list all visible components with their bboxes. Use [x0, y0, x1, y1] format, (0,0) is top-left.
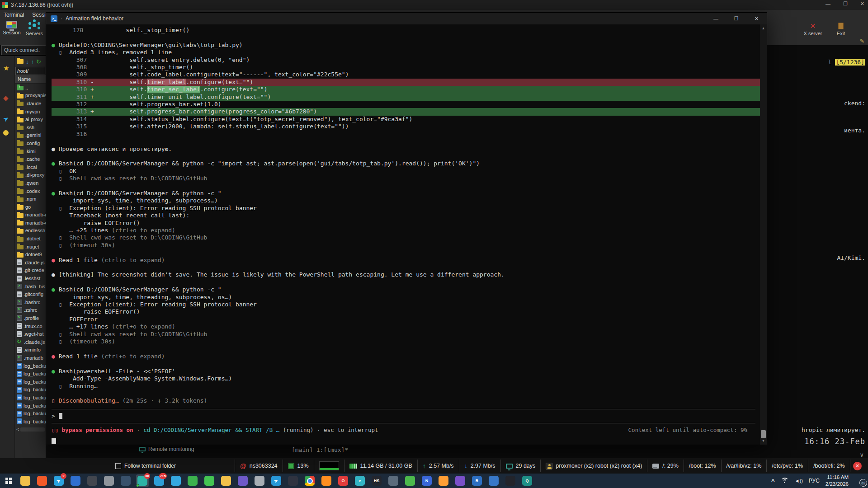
- file-list-item[interactable]: .bash_his: [15, 282, 46, 291]
- taskbar-skype-icon[interactable]: [170, 474, 182, 487]
- file-list-item[interactable]: myvpn: [15, 108, 46, 116]
- claude-window-titlebar[interactable]: >_ · Animation field behavior — ❐ ✕: [46, 13, 767, 24]
- taskbar-whatsapp-icon[interactable]: [203, 474, 216, 487]
- notification-icon[interactable]: 32: [854, 477, 863, 485]
- file-list-item[interactable]: log_backu: [15, 394, 46, 402]
- file-list-item[interactable]: .profile: [15, 314, 46, 322]
- claude-maximize-button[interactable]: ❐: [726, 13, 746, 24]
- taskbar-app-blue-shield-icon[interactable]: [69, 474, 82, 487]
- file-list-item[interactable]: .dotnet: [15, 235, 46, 243]
- menu-terminal[interactable]: Terminal: [4, 12, 24, 18]
- taskbar-quick-assist-icon[interactable]: Q: [521, 474, 533, 487]
- taskbar-camera-blue-icon[interactable]: [487, 474, 500, 487]
- hscroll-left-button[interactable]: <: [16, 427, 19, 432]
- file-list-item[interactable]: .viminfo: [15, 346, 46, 354]
- taskbar-notion-icon[interactable]: N: [420, 474, 433, 487]
- file-list-item[interactable]: .qwen: [15, 179, 46, 187]
- taskbar-terminal-dark-icon[interactable]: [119, 474, 132, 487]
- mx-minimize-button[interactable]: —: [826, 1, 830, 7]
- file-list-item[interactable]: .local: [15, 163, 46, 171]
- taskbar-obs-icon[interactable]: [287, 474, 299, 487]
- taskbar-edge-icon[interactable]: e: [354, 474, 366, 487]
- taskbar-app-gray-icon[interactable]: [103, 474, 115, 487]
- x-server-button[interactable]: ✕ X server: [801, 22, 825, 36]
- yellow-dot-icon[interactable]: [3, 129, 9, 137]
- file-list-item[interactable]: log_backu: [15, 386, 46, 394]
- mx-maximize-button[interactable]: ❐: [843, 1, 848, 7]
- scroll-down-icon[interactable]: ▼: [760, 439, 767, 443]
- file-list-item[interactable]: go: [15, 203, 46, 211]
- taskbar-file-explorer-icon[interactable]: [19, 474, 32, 487]
- file-list-item[interactable]: .kimi: [15, 147, 46, 155]
- close-monitoring-button[interactable]: ✕: [853, 462, 862, 470]
- follow-terminal-checkbox-row[interactable]: Follow terminal folder: [115, 463, 176, 469]
- taskbar-opera-icon[interactable]: O: [337, 474, 349, 487]
- taskbar-folder-window-icon[interactable]: [220, 474, 232, 487]
- download-icon[interactable]: ↓: [26, 58, 29, 65]
- taskbar-anydesk-icon[interactable]: 30: [136, 474, 149, 487]
- claude-input-prompt[interactable]: >: [52, 413, 760, 420]
- file-list-item[interactable]: .claude: [15, 99, 46, 108]
- file-list-item[interactable]: .gemini: [15, 131, 46, 140]
- file-list-item[interactable]: .git-crede: [15, 267, 46, 275]
- file-list-item[interactable]: log_backu: [15, 418, 46, 426]
- file-list-item[interactable]: dotnet9: [15, 250, 46, 258]
- file-list-item[interactable]: .config: [15, 139, 46, 147]
- file-list-item[interactable]: .mariadb: [15, 354, 46, 362]
- taskbar-jetbrains-icon[interactable]: [504, 474, 517, 487]
- file-list-item[interactable]: mariadb-c: [15, 219, 46, 227]
- file-list-item[interactable]: .npm: [15, 195, 46, 203]
- taskbar-notepad-plus-icon[interactable]: [404, 474, 416, 487]
- file-list-item[interactable]: .claude.js: [15, 338, 46, 346]
- upload-icon[interactable]: ↑: [31, 58, 34, 65]
- follow-terminal-checkbox[interactable]: [115, 463, 121, 469]
- file-list-item[interactable]: log_backu: [15, 370, 46, 378]
- taskbar-brave-icon[interactable]: [36, 474, 48, 487]
- taskbar-photos-icon[interactable]: [236, 474, 249, 487]
- taskbar-telegram-icon[interactable]: ➤2: [52, 474, 65, 487]
- file-list-item[interactable]: .zshrc: [15, 306, 46, 314]
- refresh-icon[interactable]: ↻: [36, 58, 41, 65]
- plugin-red-icon[interactable]: ◆: [3, 94, 9, 102]
- mx-close-button[interactable]: ✕: [860, 1, 864, 7]
- tray-chevron-icon[interactable]: ^: [771, 478, 775, 484]
- taskbar-firefox-dev-icon[interactable]: [437, 474, 450, 487]
- file-list-item[interactable]: log_backu: [15, 409, 46, 418]
- file-list-item[interactable]: .lesshst: [15, 274, 46, 282]
- taskbar-telegram-plane-icon[interactable]: ➤: [270, 474, 283, 487]
- file-list-item[interactable]: .cache: [15, 155, 46, 163]
- taskbar-app-green-icon[interactable]: [186, 474, 199, 487]
- taskbar-snipping-tool-icon[interactable]: [387, 474, 400, 487]
- taskbar-app-teal-icon[interactable]: 715: [153, 474, 165, 487]
- taskbar-start-icon[interactable]: [2, 474, 15, 487]
- scroll-chevron-icon[interactable]: ∨: [859, 451, 864, 458]
- quick-connect-input[interactable]: Quick connect.: [1, 45, 47, 55]
- file-list-item[interactable]: .ssh: [15, 123, 46, 131]
- claude-minimize-button[interactable]: —: [706, 13, 726, 24]
- language-indicator[interactable]: РУС: [809, 478, 820, 484]
- taskbar-clock[interactable]: 11:16 AM 2/23/2026: [826, 474, 849, 488]
- file-list-item[interactable]: mariadb-i: [15, 211, 46, 219]
- scroll-up-icon[interactable]: ▲: [760, 26, 767, 30]
- taskbar-app-purple-icon[interactable]: [454, 474, 467, 487]
- taskbar-r-app-icon[interactable]: R: [471, 474, 483, 487]
- session-button[interactable]: Session: [1, 21, 23, 35]
- favorites-star-icon[interactable]: ★: [3, 64, 9, 72]
- file-list-item[interactable]: log_backu: [15, 362, 46, 370]
- file-list-item[interactable]: ..: [15, 84, 46, 92]
- file-list-item[interactable]: .wget-hst: [15, 330, 46, 338]
- hscroll-track[interactable]: [20, 427, 45, 432]
- file-list-item[interactable]: proxyapis: [15, 92, 46, 100]
- file-list-item[interactable]: .gitconfig: [15, 290, 46, 298]
- file-list-item[interactable]: .tmux.co: [15, 322, 46, 330]
- file-list-item[interactable]: ai-proxy-: [15, 115, 46, 123]
- file-list-item[interactable]: .nuget: [15, 243, 46, 251]
- scrollbar-thumb[interactable]: [761, 430, 766, 438]
- folder-up-icon[interactable]: [17, 59, 24, 64]
- send-plane-icon[interactable]: ➤: [3, 115, 9, 123]
- taskbar-hwinfo-icon[interactable]: HS: [370, 474, 383, 487]
- files-column-header[interactable]: Name: [15, 75, 46, 84]
- file-list-item[interactable]: .bashrc: [15, 298, 46, 306]
- file-list-item[interactable]: .codex: [15, 187, 46, 195]
- file-list-item[interactable]: endlessh: [15, 227, 46, 235]
